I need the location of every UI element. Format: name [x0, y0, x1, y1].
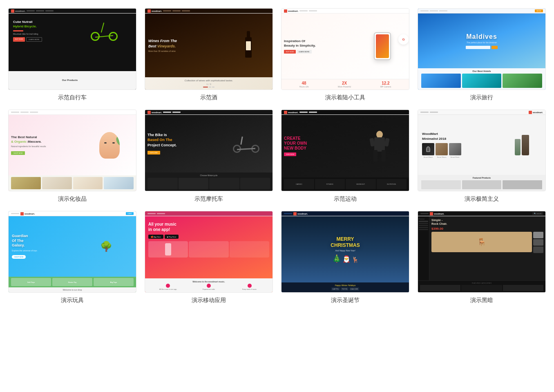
gadget-btn-more[interactable]: LEARN MORE — [297, 50, 311, 54]
music-appstore-btn[interactable]: 🍎 App Store — [148, 235, 163, 239]
dark-sidebar-item[interactable] — [419, 221, 428, 222]
demo-item-music[interactable]: All your musicin one app! 🍎 App Store ▶ … — [145, 211, 273, 304]
demo-image-travel[interactable]: BOOK Maldives The perfect place for the … — [418, 8, 546, 90]
dark-thumb-3[interactable] — [533, 246, 543, 253]
demo-item-moto[interactable]: woodmart. The Bike IsBased On TheProject… — [145, 110, 273, 203]
minimal-watch[interactable] — [422, 143, 434, 155]
cosmetic-product-2[interactable] — [42, 177, 72, 189]
toy-cart-btn[interactable]: CART — [126, 212, 134, 215]
minimal-featured-3[interactable] — [503, 180, 542, 189]
sport-cat-3[interactable]: WORKOUT — [356, 183, 365, 185]
demo-image-moto[interactable]: woodmart. The Bike IsBased On TheProject… — [145, 110, 273, 191]
travel-search[interactable] — [466, 46, 498, 49]
music-feature-2: Experience radio — [189, 284, 229, 290]
dark-thumb-1[interactable] — [533, 232, 543, 238]
demo-item-christmas[interactable]: woodmart. MERRYCHRISTMAS And Happy New Y… — [281, 211, 409, 304]
christmas-hero-title: MERRYCHRISTMAS — [331, 236, 360, 248]
demo-image-wine[interactable]: woodmart. Wines From TheBest Vineyards. … — [145, 8, 273, 90]
demo-image-bike[interactable]: woodmart. Cube NutrailHybrid Bicycle. Mo… — [8, 8, 136, 90]
moto-cta[interactable]: EXPLORE — [147, 151, 160, 155]
gadget-stat-label-3: MP Camera — [380, 85, 391, 88]
demo-image-music[interactable]: All your musicin one app! 🍎 App Store ▶ … — [145, 211, 273, 293]
travel-book-btn[interactable]: BOOK — [535, 9, 543, 12]
hotel-thumb-2[interactable] — [462, 74, 502, 88]
demo-image-dark[interactable]: woodmart. 🔍 search Product — [418, 211, 546, 293]
dark-sidebar-item[interactable] — [419, 223, 428, 224]
toy-hero-sub: Explore the universe of toys — [12, 249, 78, 252]
dark-sidebar-item[interactable] — [419, 225, 428, 226]
christmas-link-2[interactable]: TOYS — [341, 287, 349, 291]
moto-thumb-1[interactable] — [147, 178, 178, 189]
cosmetic-btn[interactable]: SHOP NOW — [11, 151, 25, 155]
nav-item — [157, 213, 165, 214]
dark-sidebar-item[interactable] — [419, 227, 428, 228]
nav-item — [45, 10, 54, 11]
nav-item — [430, 10, 438, 11]
bike-bottom-strip: Our Products — [9, 71, 136, 90]
dark-cat-3[interactable] — [503, 285, 543, 291]
dark-sidebar-item[interactable] — [419, 229, 428, 230]
chair-icon: 🪑 — [477, 237, 486, 246]
toy-hero-title: GuardianOf TheGalaxy. — [12, 234, 78, 248]
demo-item-dark[interactable]: woodmart. 🔍 search Product — [418, 211, 546, 304]
toy-cat-3[interactable]: Big Toys — [110, 281, 117, 283]
demo-label-toy: 演示玩具 — [61, 297, 84, 304]
demo-item-wine[interactable]: woodmart. Wines From TheBest Vineyards. … — [145, 8, 273, 101]
nav-item — [420, 10, 429, 11]
christmas-link-1[interactable]: GIFTS — [331, 287, 340, 291]
demo-item-bike[interactable]: woodmart. Cube NutrailHybrid Bicycle. Mo… — [8, 8, 136, 101]
demo-item-travel[interactable]: BOOK Maldives The perfect place for the … — [418, 8, 546, 101]
minimal-shoe[interactable] — [436, 143, 448, 155]
cosmetic-product-3[interactable] — [73, 177, 103, 189]
demo-image-sport[interactable]: woodmart. CREATEYOUR OWNNEW BODY JOIN NO… — [281, 110, 409, 191]
dark-cat-2[interactable] — [461, 285, 502, 291]
moto-thumb-2[interactable] — [179, 178, 209, 189]
hotel-thumb-3[interactable] — [503, 74, 542, 88]
demo-image-cosmetic[interactable]: The Best Natural& Organic Mascara. Natur… — [8, 110, 136, 191]
demo-image-christmas[interactable]: woodmart. MERRYCHRISTMAS And Happy New Y… — [281, 211, 409, 293]
dark-featured-label: FEATURED CATEGORIES — [420, 282, 543, 284]
demo-item-sport[interactable]: woodmart. CREATEYOUR OWNNEW BODY JOIN NO… — [281, 110, 409, 203]
wine-hero-title: Wines From TheBest Vineyards. — [148, 38, 226, 49]
music-phone-2 — [189, 241, 228, 258]
gadget-stat-3: 12.2 MP Camera — [380, 81, 391, 88]
pagination-dot — [212, 87, 214, 87]
sport-cat-2[interactable]: FITNESS — [326, 183, 333, 185]
moto-thumb-3[interactable] — [209, 178, 239, 189]
demo-image-toy[interactable]: woodmart. CART GuardianOf TheGalaxy. Exp… — [8, 211, 136, 293]
music-google-btn[interactable]: ▶ Play Store — [165, 235, 179, 239]
demo-item-cosmetic[interactable]: The Best Natural& Organic Mascara. Natur… — [8, 110, 136, 203]
nav-item — [27, 10, 35, 11]
gadget-btn-buy[interactable]: BUY NOW — [284, 50, 296, 54]
moto-choose-label: Choose Motorcycle — [147, 174, 270, 177]
christmas-link-3[interactable]: DECOR — [349, 287, 359, 291]
hotel-thumb-1[interactable] — [421, 74, 461, 88]
cosmetic-product-4[interactable] — [104, 177, 134, 189]
demo-item-gadget[interactable]: woodmart. Inspiration OfBeauty in Simpli… — [281, 8, 409, 101]
minimal-electronics[interactable] — [449, 143, 461, 155]
minimal-featured-2[interactable] — [462, 180, 502, 189]
cosmetic-product-1[interactable] — [11, 177, 41, 189]
dark-product-image[interactable]: 🪑 — [431, 232, 532, 252]
nav-item — [182, 10, 190, 11]
toy-btn[interactable]: SHOP NOW — [12, 255, 26, 259]
toy-cat-2[interactable]: Hector Toy — [68, 281, 77, 283]
demo-image-gadget[interactable]: woodmart. Inspiration OfBeauty in Simpli… — [281, 8, 409, 90]
bike-more[interactable]: LEARN MORE — [26, 37, 42, 42]
music-phone-1 — [148, 241, 188, 258]
minimal-label-shoes: Smart Shoes — [436, 156, 448, 158]
sport-btn-join[interactable]: JOIN NOW — [284, 152, 296, 156]
demo-image-minimal[interactable]: woodmart. WoodMartMinimalist 2018 — [418, 110, 546, 191]
bike-cta[interactable]: BUY NOW — [13, 37, 25, 42]
sport-cat-4[interactable]: NUTRITION — [387, 183, 396, 185]
moto-thumb-4[interactable] — [240, 178, 270, 189]
toy-cat-1[interactable]: Soft Toys — [27, 281, 35, 283]
moto-hero-title: The Bike IsBased On TheProject Concept. — [147, 132, 220, 148]
minimal-featured-1[interactable] — [421, 180, 461, 189]
dark-cat-1[interactable] — [420, 285, 460, 291]
dark-thumb-2[interactable] — [533, 239, 543, 246]
demo-item-minimal[interactable]: woodmart. WoodMartMinimalist 2018 — [418, 110, 546, 203]
sport-cat-1[interactable]: CARDIO — [296, 183, 302, 185]
demo-item-toy[interactable]: woodmart. CART GuardianOf TheGalaxy. Exp… — [8, 211, 136, 304]
dark-search-bar[interactable]: 🔍 search — [532, 212, 543, 215]
